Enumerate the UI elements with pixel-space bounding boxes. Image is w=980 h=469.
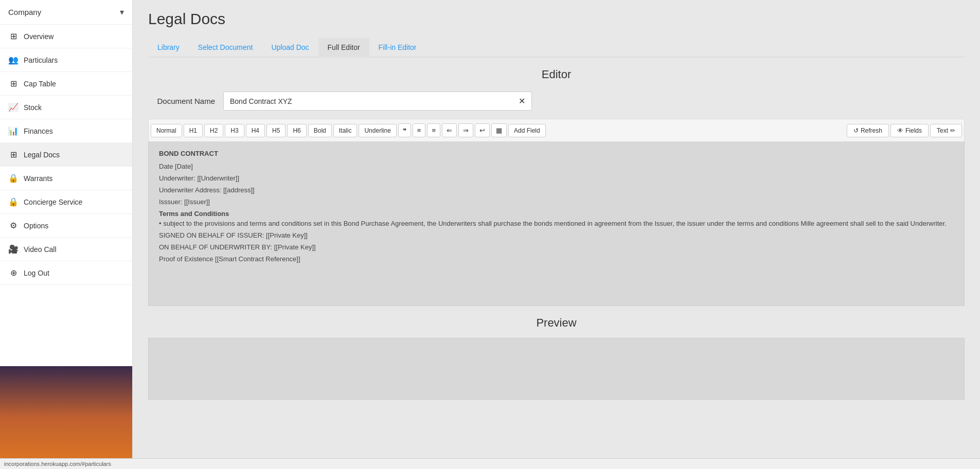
document-name-row: Document Name Bond Contract XYZ ✕ xyxy=(148,92,965,111)
text-label: Text xyxy=(937,127,948,134)
sidebar-item-label: Stock xyxy=(24,103,42,112)
sidebar-item-label: Concierge Service xyxy=(24,198,82,206)
company-header[interactable]: Company ▾ xyxy=(0,0,132,25)
sidebar-item-finances[interactable]: 📊 Finances xyxy=(0,119,132,143)
editor-line-10: Proof of Existence [[Smart Contract Refe… xyxy=(159,255,954,263)
toolbar-fields-btn[interactable]: 👁 Fields xyxy=(890,124,929,137)
sidebar-item-label: Warrants xyxy=(24,174,52,183)
sidebar-item-concierge-service[interactable]: 🔒 Concierge Service xyxy=(0,190,132,214)
editor-line-6: Terms and Conditions xyxy=(159,210,954,218)
legal-docs-icon: ⊞ xyxy=(8,150,19,159)
sidebar-item-label: Log Out xyxy=(24,269,49,277)
editor-line-2: Date [Date] xyxy=(159,163,954,170)
toolbar-list-ol-btn[interactable]: ≡ xyxy=(427,123,440,137)
tab-upload-doc[interactable]: Upload Doc xyxy=(262,38,318,58)
sidebar-item-overview[interactable]: ⊞ Overview xyxy=(0,25,132,48)
editor-line-9: ON BEHALF OF UNDERWRITER BY: [[Private K… xyxy=(159,243,954,251)
sidebar-item-label: Finances xyxy=(24,127,53,135)
fields-icon: 👁 xyxy=(897,127,903,134)
sidebar-item-video-call[interactable]: 🎥 Video Call xyxy=(0,238,132,261)
tab-library[interactable]: Library xyxy=(148,38,189,58)
toolbar-h6-btn[interactable]: H6 xyxy=(287,124,306,137)
sidebar-item-warrants[interactable]: 🔒 Warrants xyxy=(0,167,132,190)
sidebar-item-label: Options xyxy=(24,222,48,230)
toolbar-normal-btn[interactable]: Normal xyxy=(151,124,182,137)
log-out-icon: ⊕ xyxy=(8,268,19,278)
refresh-label: Refresh xyxy=(861,127,882,134)
toolbar-quote-btn[interactable]: ❝ xyxy=(398,123,411,137)
doc-name-input[interactable]: Bond Contract XYZ ✕ xyxy=(223,92,532,111)
sidebar-item-stock[interactable]: 📈 Stock xyxy=(0,96,132,119)
editor-line-4: Underwriter Address: [[address]] xyxy=(159,186,954,194)
chevron-down-icon: ▾ xyxy=(120,7,124,17)
preview-section-title: Preview xyxy=(148,316,965,330)
url-bar: incorporations.herokuapp.com/#particular… xyxy=(0,458,980,469)
toolbar-h4-btn[interactable]: H4 xyxy=(246,124,265,137)
toolbar-list-ul-btn[interactable]: ≡ xyxy=(413,123,426,137)
editor-line-7: • subject to the provisions and terms an… xyxy=(159,220,954,227)
main-content: Legal Docs Library Select Document Uploa… xyxy=(133,0,980,469)
page-title: Legal Docs xyxy=(148,10,965,28)
sidebar-item-label: Cap Table xyxy=(24,80,56,88)
sidebar-item-options[interactable]: ⚙ Options xyxy=(0,214,132,238)
url-text: incorporations.herokuapp.com/#particular… xyxy=(4,461,111,467)
toolbar-italic-btn[interactable]: Italic xyxy=(333,124,358,137)
company-label: Company xyxy=(8,8,41,16)
sidebar-item-legal-docs[interactable]: ⊞ Legal Docs xyxy=(0,143,132,167)
tab-fill-in-editor[interactable]: Fill-in Editor xyxy=(369,38,426,58)
toolbar-h5-btn[interactable]: H5 xyxy=(266,124,286,137)
preview-area xyxy=(148,338,965,400)
toolbar-h3-btn[interactable]: H3 xyxy=(225,124,244,137)
toolbar-indent-right-btn[interactable]: ⇒ xyxy=(458,123,473,137)
toolbar-image-btn[interactable]: ▦ xyxy=(491,123,507,137)
video-call-icon: 🎥 xyxy=(8,244,19,254)
editor-line-8: SIGNED ON BEHALF OF ISSUER: [[Private Ke… xyxy=(159,231,954,239)
editor-content-area[interactable]: BOND CONTRACT Date [Date] Underwriter: [… xyxy=(148,141,965,306)
editor-line-1: BOND CONTRACT xyxy=(159,150,954,157)
editor-section-title: Editor xyxy=(148,68,965,81)
editor-toolbar: Normal H1 H2 H3 H4 H5 H6 Bold Italic Und… xyxy=(148,119,965,141)
sidebar-item-cap-table[interactable]: ⊞ Cap Table xyxy=(0,72,132,96)
toolbar-refresh-btn[interactable]: ↺ Refresh xyxy=(847,124,889,137)
finances-icon: 📊 xyxy=(8,126,19,136)
toolbar-link-btn[interactable]: ↩ xyxy=(475,123,490,137)
toolbar-text-btn[interactable]: Text ✏ xyxy=(930,124,962,137)
concierge-icon: 🔒 xyxy=(8,197,19,207)
fields-label: Fields xyxy=(905,127,922,134)
toolbar-h2-btn[interactable]: H2 xyxy=(204,124,223,137)
warrants-icon: 🔒 xyxy=(8,173,19,183)
doc-name-value: Bond Contract XYZ xyxy=(230,97,292,105)
sidebar-item-label: Particulars xyxy=(24,56,58,64)
sidebar-item-label: Legal Docs xyxy=(24,151,60,159)
toolbar-add-field-btn[interactable]: Add Field xyxy=(508,124,546,137)
refresh-icon: ↺ xyxy=(853,127,859,134)
overview-icon: ⊞ xyxy=(8,31,19,41)
toolbar-bold-btn[interactable]: Bold xyxy=(308,124,332,137)
clear-doc-name-icon[interactable]: ✕ xyxy=(519,96,525,106)
toolbar-indent-left-btn[interactable]: ⇐ xyxy=(442,123,457,137)
sidebar-item-particulars[interactable]: 👥 Particulars xyxy=(0,48,132,72)
sidebar: Company ▾ ⊞ Overview 👥 Particulars ⊞ Cap… xyxy=(0,0,133,469)
tab-full-editor[interactable]: Full Editor xyxy=(318,38,369,58)
sidebar-item-label: Video Call xyxy=(24,245,57,254)
doc-name-label: Document Name xyxy=(148,97,215,105)
toolbar-underline-btn[interactable]: Underline xyxy=(359,124,396,137)
sidebar-background-image xyxy=(0,366,132,469)
stock-icon: 📈 xyxy=(8,102,19,112)
text-edit-icon: ✏ xyxy=(950,127,955,134)
toolbar-h1-btn[interactable]: H1 xyxy=(184,124,203,137)
editor-line-3: Underwriter: [[Underwriter]] xyxy=(159,174,954,182)
particulars-icon: 👥 xyxy=(8,55,19,65)
editor-line-5: Isssuer: [[Issuer]] xyxy=(159,198,954,206)
options-icon: ⚙ xyxy=(8,221,19,230)
sidebar-item-log-out[interactable]: ⊕ Log Out xyxy=(0,261,132,285)
cap-table-icon: ⊞ xyxy=(8,79,19,88)
tabs-bar: Library Select Document Upload Doc Full … xyxy=(148,38,965,58)
tab-select-document[interactable]: Select Document xyxy=(189,38,262,58)
sidebar-item-label: Overview xyxy=(24,32,54,41)
